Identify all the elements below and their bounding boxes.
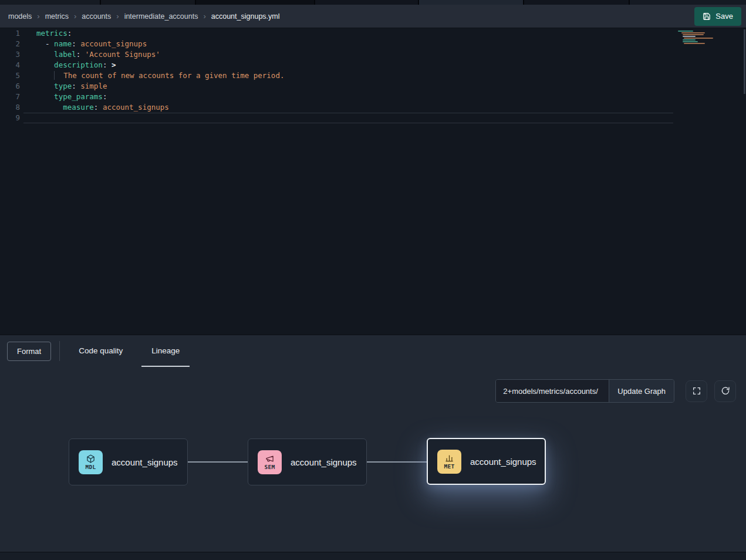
- tab-strip: [0, 0, 746, 5]
- node-badge-met: MET: [437, 450, 461, 474]
- edge-line: [367, 461, 427, 463]
- editor-tab[interactable]: [196, 0, 314, 5]
- code-line[interactable]: 6 type: simple: [0, 81, 746, 92]
- line-number: 8: [0, 102, 23, 113]
- code-line[interactable]: 1 metrics:: [0, 28, 746, 39]
- breadcrumb-item-intermediate-accounts[interactable]: intermediate_accounts: [124, 12, 198, 21]
- status-strip: [0, 552, 746, 560]
- node-label: account_signups: [112, 457, 178, 467]
- editor-tab[interactable]: [524, 0, 629, 5]
- node-badge-label: MDL: [85, 464, 96, 470]
- save-button[interactable]: Save: [694, 7, 741, 26]
- code-line[interactable]: 8 measure: account_signups: [0, 102, 746, 113]
- line-number: 2: [0, 39, 23, 49]
- lineage-node-metric-selected[interactable]: MET account_signups: [427, 438, 546, 485]
- node-label: account_signups: [291, 457, 357, 467]
- line-number: 5: [0, 70, 23, 81]
- editor-tab[interactable]: [315, 0, 418, 5]
- save-icon: [703, 12, 711, 21]
- editor-tab[interactable]: [0, 0, 100, 5]
- bottom-panel: Format Code quality Lineage Update Graph: [0, 335, 746, 560]
- node-label: account_signups: [470, 457, 536, 467]
- editor-tab-active[interactable]: [419, 0, 523, 5]
- code-line[interactable]: 5 The count of new accounts for a given …: [0, 70, 746, 81]
- line-number: 9: [0, 113, 23, 123]
- line-number: 7: [0, 92, 23, 102]
- node-badge-mdl: MDL: [79, 450, 103, 474]
- code-line[interactable]: 7 type_params:: [0, 92, 746, 102]
- code-line[interactable]: 2 - name: account_signups: [0, 39, 746, 49]
- breadcrumb-item-metrics[interactable]: metrics: [45, 12, 69, 21]
- line-number: 4: [0, 60, 23, 70]
- package-icon: [86, 454, 95, 463]
- breadcrumb: models › metrics › accounts › intermedia…: [8, 12, 280, 21]
- node-badge-sem: SEM: [258, 450, 282, 474]
- editor-tab[interactable]: [101, 0, 195, 5]
- chevron-separator-icon: ›: [74, 12, 76, 21]
- code-editor[interactable]: 1 metrics: 2 - name: account_signups 3 l…: [0, 28, 746, 335]
- line-number: 6: [0, 81, 23, 92]
- breadcrumb-item-file: account_signups.yml: [211, 12, 280, 21]
- code-line[interactable]: 4 description: >: [0, 60, 746, 70]
- code-line-current[interactable]: 9: [0, 113, 746, 123]
- edge-line: [188, 461, 248, 463]
- bar-chart-icon: [445, 454, 454, 463]
- scrollbar-thumb[interactable]: [744, 29, 745, 94]
- line-number: 1: [0, 28, 23, 39]
- chevron-separator-icon: ›: [37, 12, 39, 21]
- chevron-separator-icon: ›: [116, 12, 119, 21]
- lineage-graph: MDL account_signups SEM account_signups: [0, 335, 746, 560]
- lineage-node-model[interactable]: MDL account_signups: [69, 438, 188, 485]
- editor-tab[interactable]: [630, 0, 746, 5]
- save-button-label: Save: [715, 12, 733, 21]
- lineage-node-semantic[interactable]: SEM account_signups: [248, 438, 367, 485]
- breadcrumb-item-models[interactable]: models: [8, 12, 32, 21]
- minimap[interactable]: [678, 31, 714, 45]
- megaphone-icon: [265, 454, 274, 463]
- chevron-separator-icon: ›: [203, 12, 205, 21]
- breadcrumb-toolbar: models › metrics › accounts › intermedia…: [0, 5, 746, 28]
- breadcrumb-item-accounts[interactable]: accounts: [82, 12, 111, 21]
- node-badge-label: SEM: [264, 464, 275, 470]
- node-badge-label: MET: [444, 463, 454, 470]
- code-line[interactable]: 3 label: 'Account Signups': [0, 49, 746, 60]
- line-number: 3: [0, 49, 23, 60]
